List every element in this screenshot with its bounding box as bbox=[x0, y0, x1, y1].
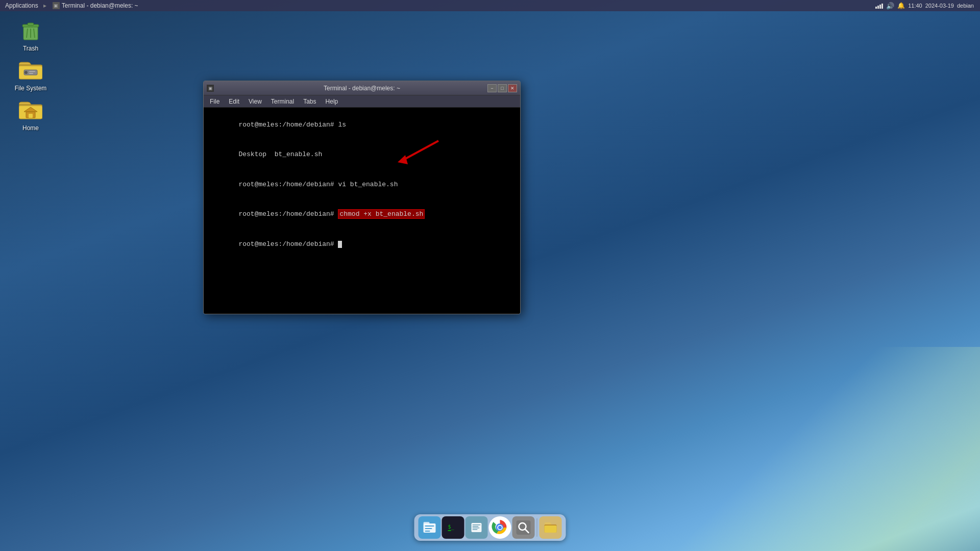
svg-text:$_: $_ bbox=[448, 524, 455, 530]
signal-icon bbox=[875, 3, 883, 9]
taskbar-bottom: $_ bbox=[414, 514, 566, 541]
volume-icon[interactable]: 🔊 bbox=[886, 2, 894, 10]
taskbar-separator: ▸ bbox=[43, 2, 46, 9]
trash-icon bbox=[18, 18, 43, 43]
svg-point-37 bbox=[498, 526, 502, 530]
home-label: Home bbox=[22, 124, 39, 132]
notification-icon[interactable]: 🔔 bbox=[897, 2, 905, 9]
taskbar-top: Applications ▸ ▣ Terminal - debian@meles… bbox=[0, 0, 980, 11]
dock-item-filemanager[interactable] bbox=[540, 516, 562, 539]
dock-item-editor[interactable] bbox=[465, 516, 488, 539]
menu-file[interactable]: File bbox=[206, 97, 224, 106]
window-controls: − □ ✕ bbox=[487, 84, 517, 92]
terminal-line-4: root@meles:/home/debian# chmod +x bt_ena… bbox=[207, 199, 517, 230]
close-button[interactable]: ✕ bbox=[508, 84, 517, 92]
terminal-menubar: File Edit View Terminal Tabs Help bbox=[204, 95, 520, 108]
svg-rect-11 bbox=[29, 73, 33, 74]
svg-rect-22 bbox=[425, 525, 434, 527]
dock-item-chrome[interactable] bbox=[489, 516, 511, 539]
menu-tabs[interactable]: Tabs bbox=[299, 97, 320, 106]
svg-rect-43 bbox=[545, 525, 557, 533]
dock-separator bbox=[537, 518, 537, 537]
svg-rect-30 bbox=[473, 526, 479, 527]
maximize-button[interactable]: □ bbox=[498, 84, 507, 92]
menu-view[interactable]: View bbox=[244, 97, 266, 106]
dock-item-terminal[interactable]: $_ bbox=[442, 516, 464, 539]
terminal-tab-icon: ▣ bbox=[53, 2, 60, 9]
svg-rect-23 bbox=[425, 528, 432, 529]
menu-help[interactable]: Help bbox=[322, 97, 342, 106]
home-icon bbox=[18, 98, 43, 122]
svg-rect-24 bbox=[425, 531, 430, 532]
terminal-window: ▣ Terminal - debian@meles: ~ − □ ✕ File … bbox=[203, 81, 521, 314]
applications-menu[interactable]: Applications bbox=[2, 2, 41, 9]
active-window-tab[interactable]: ▣ Terminal - debian@meles: ~ bbox=[48, 2, 142, 9]
svg-rect-31 bbox=[473, 528, 480, 529]
chmod-command-highlight: chmod +x bt_enable.sh bbox=[338, 209, 425, 219]
minimize-button[interactable]: − bbox=[487, 84, 497, 92]
desktop-icon-home[interactable]: Home bbox=[10, 96, 51, 134]
terminal-cursor bbox=[338, 241, 342, 248]
desktop-icon-trash[interactable]: Trash bbox=[10, 16, 51, 54]
filesystem-icon bbox=[18, 58, 43, 83]
svg-rect-29 bbox=[473, 524, 481, 525]
terminal-body[interactable]: root@meles:/home/debian# ls Desktop bt_e… bbox=[204, 108, 520, 314]
filesystem-label: File System bbox=[15, 85, 47, 92]
terminal-window-icon: ▣ bbox=[207, 85, 214, 92]
terminal-window-title: Terminal - debian@meles: ~ bbox=[324, 85, 400, 92]
desktop: Applications ▸ ▣ Terminal - debian@meles… bbox=[0, 0, 980, 551]
menu-edit[interactable]: Edit bbox=[225, 97, 243, 106]
menu-terminal[interactable]: Terminal bbox=[267, 97, 298, 106]
svg-point-9 bbox=[24, 71, 28, 74]
svg-rect-16 bbox=[29, 114, 33, 118]
svg-rect-10 bbox=[29, 71, 35, 72]
desktop-icon-filesystem[interactable]: File System bbox=[10, 56, 51, 94]
terminal-line-5: root@meles:/home/debian# bbox=[207, 229, 517, 259]
system-tray: 🔊 🔔 11:40 2024-03-19 debian bbox=[875, 2, 978, 10]
date: 2024-03-19 bbox=[925, 3, 954, 9]
username: debian bbox=[957, 3, 974, 9]
terminal-line-2: Desktop bt_enable.sh bbox=[207, 140, 517, 170]
dock-item-files[interactable] bbox=[419, 516, 441, 539]
terminal-line-1: root@meles:/home/debian# ls bbox=[207, 110, 517, 140]
terminal-titlebar: ▣ Terminal - debian@meles: ~ − □ ✕ bbox=[204, 81, 520, 95]
svg-rect-21 bbox=[424, 522, 430, 524]
clock: 11:40 bbox=[908, 3, 922, 9]
dock-item-magnifier[interactable] bbox=[512, 516, 535, 539]
active-window-title: Terminal - debian@meles: ~ bbox=[62, 2, 138, 9]
svg-rect-2 bbox=[28, 23, 34, 26]
terminal-line-3: root@meles:/home/debian# vi bt_enable.sh bbox=[207, 169, 517, 199]
trash-label: Trash bbox=[23, 45, 38, 52]
svg-rect-32 bbox=[473, 529, 478, 530]
